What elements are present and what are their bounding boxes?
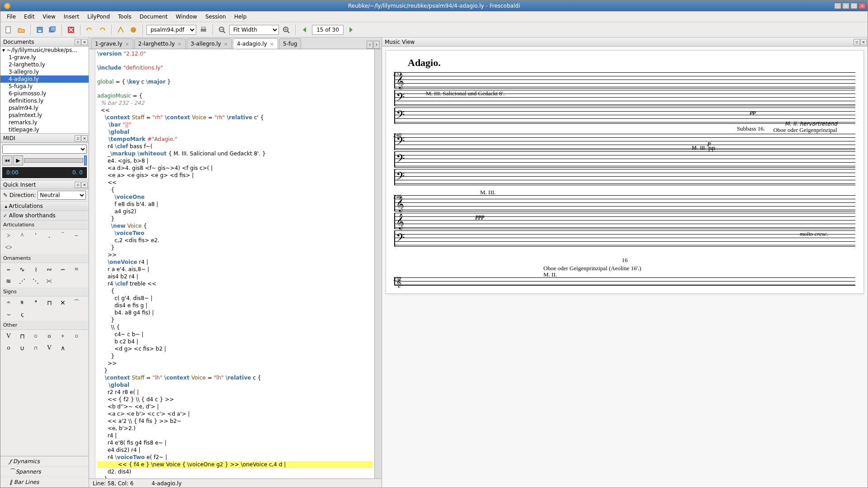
tenuto-icon[interactable]: − <box>71 231 82 240</box>
tab-close-icon[interactable]: × <box>125 41 129 47</box>
menu-insert[interactable]: Insert <box>60 13 83 21</box>
save-all-button[interactable] <box>47 24 58 35</box>
page-input[interactable] <box>312 25 344 35</box>
compile-button[interactable] <box>115 24 126 35</box>
sign-icon[interactable]: ⌒ <box>71 298 82 307</box>
close-button[interactable]: × <box>859 3 866 9</box>
tab-close-icon[interactable]: × <box>224 41 228 47</box>
menu-document[interactable]: Document <box>136 13 171 21</box>
doclist-item[interactable]: 1-grave.ly <box>0 54 89 61</box>
qi-shorthands[interactable]: ✓ Allow shorthands <box>0 211 89 221</box>
mordent-icon[interactable]: ∿ <box>17 265 28 274</box>
other-icon[interactable]: o <box>44 332 55 341</box>
qi-dynamics[interactable]: 𝆑 Dynamics <box>0 456 89 467</box>
new-file-button[interactable] <box>3 24 14 35</box>
menu-tools[interactable]: Tools <box>114 13 135 21</box>
menu-window[interactable]: Window <box>172 13 201 21</box>
panel-close-button[interactable]: × <box>860 39 867 45</box>
sign-icon[interactable]: ⌣ <box>3 310 14 319</box>
close-doc-button[interactable] <box>66 24 76 35</box>
fold-gutter[interactable] <box>89 49 95 479</box>
ornament-icon[interactable]: ⩙ <box>44 277 55 286</box>
open-file-button[interactable] <box>16 24 27 35</box>
menu-view[interactable]: View <box>39 13 59 21</box>
tab[interactable]: 1-grave.ly× <box>91 38 133 49</box>
other-icon[interactable]: + <box>57 332 68 341</box>
pdf-select[interactable]: psalm94.pdf <box>146 25 196 35</box>
sign-icon[interactable]: ς <box>17 310 28 319</box>
panel-close-button[interactable]: × <box>81 135 88 141</box>
menu-edit[interactable]: Edit <box>20 13 38 21</box>
ornament-icon[interactable]: ⋱ <box>30 277 41 286</box>
panel-close-button[interactable]: × <box>81 39 88 45</box>
editor-scrollbar[interactable] <box>374 49 382 479</box>
music-view-body[interactable]: Adagio. 233 𝄞 M. III. Salicional und Ged… <box>382 47 868 488</box>
tab[interactable]: 2-larghetto.ly× <box>134 38 186 49</box>
engrave-button[interactable] <box>128 24 139 35</box>
tab-active[interactable]: 4-adagio.ly× <box>233 38 278 49</box>
other-icon[interactable]: V <box>3 332 14 341</box>
marcato-icon[interactable]: ^ <box>17 231 28 240</box>
print-button[interactable] <box>198 24 209 35</box>
midi-position-slider[interactable] <box>24 158 83 163</box>
panel-float-button[interactable]: ▫ <box>75 182 81 188</box>
prev-page-button[interactable] <box>299 24 310 35</box>
next-page-button[interactable] <box>345 24 356 35</box>
coda-icon[interactable]: 𝄌 <box>30 298 41 307</box>
midi-play-button[interactable]: ▶ <box>13 155 23 165</box>
other-icon[interactable]: ∪ <box>17 343 28 352</box>
fermata-icon[interactable]: 𝄐 <box>3 298 14 307</box>
staccatissimo-icon[interactable]: ' <box>30 231 41 240</box>
menu-help[interactable]: Help <box>231 13 250 21</box>
tab-scroll-left[interactable]: ‹ <box>367 41 373 49</box>
doclist-root[interactable]: ▾ ~/ly/lilymusic/reubke/ps... <box>0 47 89 54</box>
trill-icon[interactable]: 𝆗 <box>3 265 14 274</box>
other-icon[interactable]: ∧ <box>57 343 68 352</box>
accent-icon[interactable]: > <box>3 231 14 240</box>
reverseturn-icon[interactable]: ∽ <box>57 265 68 274</box>
other-icon[interactable]: ○ <box>30 332 41 341</box>
menu-file[interactable]: File <box>3 13 19 21</box>
doclist-item[interactable]: psalmtext.ly <box>0 112 89 119</box>
minimize-button[interactable]: _ <box>834 3 841 9</box>
panel-close-button[interactable]: × <box>81 182 88 188</box>
ornament-icon[interactable]: ≋ <box>3 277 14 286</box>
zoom-select[interactable]: Fit Width <box>229 25 279 35</box>
tab-scroll-right[interactable]: › <box>373 41 380 49</box>
doclist-item[interactable]: 2-larghetto.ly <box>0 61 89 68</box>
segno-icon[interactable]: 𝄋 <box>17 298 28 307</box>
menu-lilypond[interactable]: LilyPond <box>84 13 113 21</box>
menu-session[interactable]: Session <box>202 13 230 21</box>
sign-icon[interactable]: ⊓ <box>44 298 55 307</box>
qi-barlines[interactable]: ‖ Bar Lines <box>0 477 89 488</box>
direction-select[interactable]: Neutral <box>38 191 86 200</box>
tab-close-icon[interactable]: × <box>270 41 274 47</box>
doclist-item[interactable]: psalm94.ly <box>0 104 89 112</box>
staccato-icon[interactable]: . <box>44 231 55 240</box>
ornament-icon[interactable]: ⋰ <box>17 277 28 286</box>
doclist-item[interactable]: 6-piumosso.ly <box>0 90 89 97</box>
tab[interactable]: 3-allegro.ly× <box>187 38 232 49</box>
other-icon[interactable]: V <box>44 343 55 352</box>
qi-spanners[interactable]: ⁀ Spanners <box>0 467 89 477</box>
other-icon[interactable]: ○ <box>71 332 82 341</box>
midi-rewind-button[interactable]: ⏮ <box>2 155 12 165</box>
doclist-item-selected[interactable]: 4-adagio.ly <box>0 75 89 83</box>
panel-float-button[interactable]: ▫ <box>75 39 81 45</box>
doclist-item[interactable]: 5-fuga.ly <box>0 83 89 90</box>
restore-button[interactable]: ▫ <box>842 3 849 9</box>
ornament-icon[interactable]: ≈ <box>71 265 82 274</box>
portato-icon[interactable]: ‾ <box>57 231 68 240</box>
other-icon[interactable]: ∩ <box>30 343 41 352</box>
qi-articulations-header[interactable]: ▴ Articulations <box>0 202 89 211</box>
zoom-out-button[interactable] <box>217 24 227 35</box>
espressivo-icon[interactable]: <> <box>3 243 14 252</box>
panel-float-button[interactable]: ▫ <box>854 39 860 45</box>
prall-icon[interactable]: ≀ <box>30 265 41 274</box>
doclist-item[interactable]: remarks.ly <box>0 119 89 126</box>
redo-button[interactable] <box>97 24 108 35</box>
doclist-item[interactable]: definitions.ly <box>0 97 89 104</box>
panel-float-button[interactable]: ▫ <box>75 135 81 141</box>
tab-close-icon[interactable]: × <box>178 41 182 47</box>
zoom-in-button[interactable] <box>281 24 292 35</box>
